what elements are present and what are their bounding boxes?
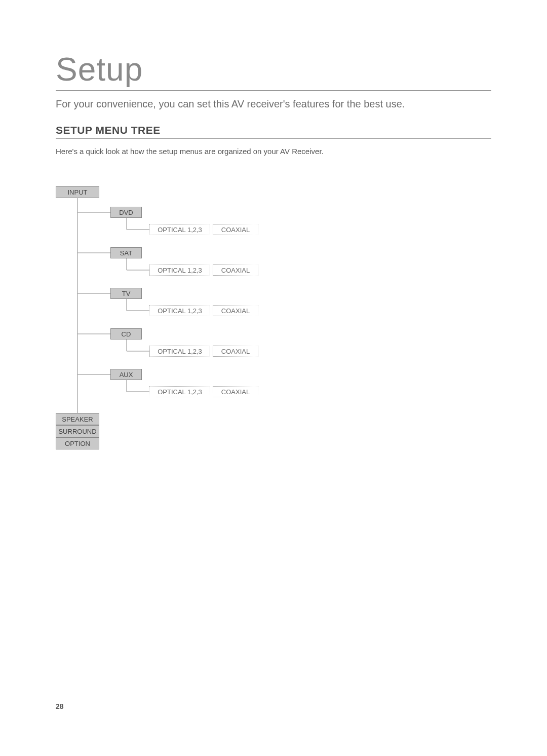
menu-tree: INPUT DVD OPTICAL 1,2,3 COAXIAL SAT OPTI…	[56, 186, 309, 470]
tree-node-optical-aux: OPTICAL 1,2,3	[149, 386, 210, 397]
tree-node-speaker: SPEAKER	[56, 413, 99, 425]
tree-node-coaxial-cd: COAXIAL	[213, 346, 258, 357]
section-description: Here's a quick look at how the setup men…	[56, 147, 491, 156]
page-title: Setup	[56, 51, 491, 91]
tree-node-optical-dvd: OPTICAL 1,2,3	[149, 224, 210, 235]
tree-node-coaxial-sat: COAXIAL	[213, 264, 258, 276]
tree-node-optical-sat: OPTICAL 1,2,3	[149, 264, 210, 276]
tree-node-cd: CD	[110, 328, 142, 339]
tree-node-sat: SAT	[110, 247, 142, 258]
tree-node-tv: TV	[110, 288, 142, 299]
tree-node-surround: SURROUND	[56, 425, 99, 437]
intro-text: For your convenience, you can set this A…	[56, 98, 491, 110]
tree-node-coaxial-aux: COAXIAL	[213, 386, 258, 397]
tree-node-aux: AUX	[110, 369, 142, 380]
tree-node-option: OPTION	[56, 437, 99, 449]
tree-node-optical-tv: OPTICAL 1,2,3	[149, 305, 210, 316]
tree-node-coaxial-dvd: COAXIAL	[213, 224, 258, 235]
page-number: 28	[56, 702, 64, 710]
section-heading: SETUP MENU TREE	[56, 124, 491, 139]
tree-node-optical-cd: OPTICAL 1,2,3	[149, 346, 210, 357]
tree-node-input: INPUT	[56, 186, 99, 198]
tree-node-coaxial-tv: COAXIAL	[213, 305, 258, 316]
tree-node-dvd: DVD	[110, 207, 142, 218]
